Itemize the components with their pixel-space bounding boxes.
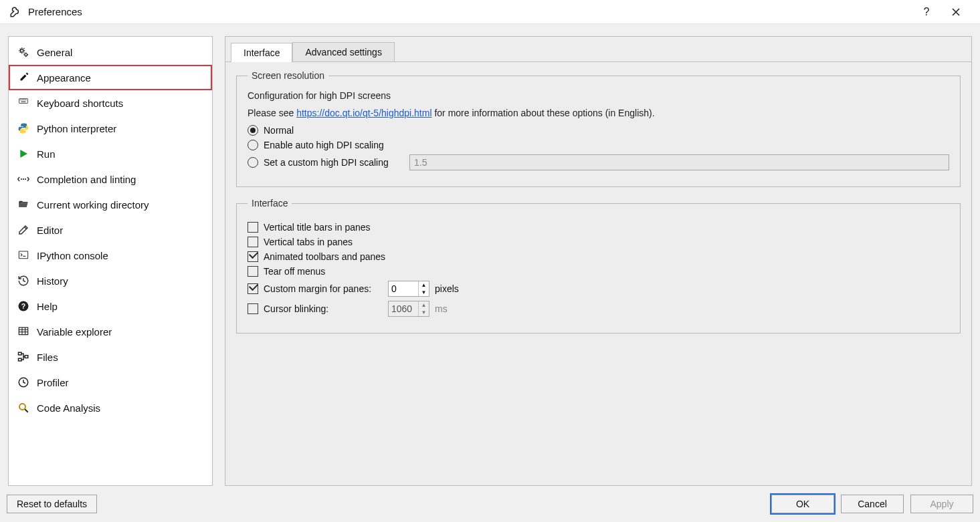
spin-arrows[interactable]: ▲▼	[418, 281, 429, 296]
settings-pane: Interface Advanced settings Screen resol…	[225, 36, 972, 486]
cb-tearoff-menus[interactable]	[248, 266, 258, 277]
sidebar-item-files[interactable]: Files	[9, 344, 212, 370]
screen-res-subtitle: Configuration for high DPI screens	[248, 90, 949, 101]
sidebar-item-history[interactable]: History	[9, 268, 212, 293]
radio-auto-label: Enable auto high DPI scaling	[264, 140, 384, 150]
svg-point-1	[25, 53, 27, 56]
group-screen-resolution: Screen resolution Configuration for high…	[236, 70, 961, 187]
window-title: Preferences	[28, 6, 912, 17]
radio-custom-row[interactable]: Set a custom high DPI scaling	[248, 154, 949, 170]
sidebar-item-general[interactable]: General	[9, 39, 212, 65]
play-icon	[17, 147, 30, 160]
svg-rect-24	[25, 356, 28, 358]
cb-vertical-tabs-label: Vertical tabs in panes	[264, 237, 353, 247]
cb-animated-toolbars[interactable]	[248, 251, 258, 262]
cb-animated-row[interactable]: Animated toolbars and panes	[248, 251, 949, 262]
sidebar-label: Completion and linting	[37, 174, 136, 185]
sidebar-item-appearance[interactable]: Appearance	[9, 65, 212, 90]
cb-custom-margin[interactable]	[248, 283, 258, 294]
sidebar-label: Keyboard shortcuts	[37, 98, 123, 109]
gears-icon	[17, 45, 30, 59]
sidebar-label: Files	[37, 352, 58, 363]
cb-tearoff-row[interactable]: Tear off menus	[248, 266, 949, 277]
svg-rect-3	[20, 100, 21, 100]
sidebar-item-python-interpreter[interactable]: Python interpreter	[9, 116, 212, 141]
sidebar-item-help[interactable]: ? Help	[9, 293, 212, 319]
help-circle-icon: ?	[17, 299, 30, 313]
blink-unit: ms	[435, 303, 448, 314]
sidebar-item-run[interactable]: Run	[9, 141, 212, 166]
radio-normal-label: Normal	[264, 125, 294, 136]
blink-value	[389, 301, 418, 316]
close-button[interactable]	[941, 0, 971, 24]
svg-point-0	[21, 49, 24, 53]
clock-icon	[17, 376, 30, 389]
sidebar-item-keyboard-shortcuts[interactable]: Keyboard shortcuts	[9, 90, 212, 116]
cb-vertical-tabs[interactable]	[248, 237, 258, 247]
cb-vertical-title-row[interactable]: Vertical title bars in panes	[248, 222, 949, 233]
radio-auto-highdpi[interactable]	[248, 140, 258, 150]
custom-dpi-input	[409, 154, 949, 170]
sidebar-item-profiler[interactable]: Profiler	[9, 370, 212, 395]
sidebar-item-code-analysis[interactable]: Code Analysis	[9, 395, 212, 420]
screen-res-note: Please see https://doc.qt.io/qt-5/highdp…	[248, 108, 949, 118]
sidebar-label: Appearance	[37, 72, 91, 84]
sidebar-item-cwd[interactable]: Current working directory	[9, 192, 212, 217]
margin-value[interactable]	[389, 281, 418, 296]
radio-normal[interactable]	[248, 125, 258, 136]
margin-unit: pixels	[435, 283, 459, 294]
cancel-button[interactable]: Cancel	[841, 495, 904, 513]
svg-rect-8	[26, 100, 27, 100]
cb-cursor-blinking[interactable]	[248, 303, 258, 314]
table-icon	[17, 325, 30, 338]
highdpi-link[interactable]: https://doc.qt.io/qt-5/highdpi.html	[296, 108, 431, 118]
svg-rect-7	[25, 100, 25, 100]
cb-vertical-tabs-row[interactable]: Vertical tabs in panes	[248, 237, 949, 247]
sidebar-label: Code Analysis	[37, 402, 100, 414]
keyboard-icon	[17, 96, 30, 110]
radio-custom-highdpi[interactable]	[248, 157, 258, 168]
svg-rect-23	[19, 358, 22, 361]
reset-defaults-button[interactable]: Reset to defaults	[7, 495, 97, 513]
dialog-footer: Reset to defaults OK Cancel Apply	[7, 493, 973, 515]
file-tree-icon	[17, 350, 30, 364]
sidebar-label: General	[37, 47, 72, 58]
sidebar-label: Help	[37, 301, 58, 312]
help-button[interactable]: ?	[912, 0, 941, 24]
svg-rect-9	[21, 102, 26, 102]
tab-advanced-settings[interactable]: Advanced settings	[292, 42, 394, 61]
svg-point-11	[21, 178, 22, 180]
svg-rect-13	[19, 251, 27, 259]
sidebar-label: History	[37, 275, 68, 287]
svg-rect-2	[19, 99, 28, 104]
magnifier-icon	[17, 401, 30, 414]
radio-custom-label: Set a custom high DPI scaling	[264, 157, 404, 168]
svg-point-12	[25, 178, 26, 180]
wrench-icon	[9, 6, 21, 18]
sidebar-item-editor[interactable]: Editor	[9, 217, 212, 243]
radio-normal-row[interactable]: Normal	[248, 125, 949, 136]
sidebar-label: IPython console	[37, 250, 108, 261]
ok-button[interactable]: OK	[771, 495, 834, 513]
radio-auto-row[interactable]: Enable auto high DPI scaling	[248, 140, 949, 150]
cb-margin-label: Custom margin for panes:	[264, 283, 383, 294]
history-icon	[17, 274, 30, 287]
sidebar-label: Profiler	[37, 377, 69, 388]
svg-rect-22	[19, 352, 22, 355]
cb-margin-row[interactable]: Custom margin for panes: ▲▼ pixels	[248, 281, 949, 297]
sidebar-item-variable-explorer[interactable]: Variable explorer	[9, 319, 212, 344]
title-bar: Preferences ?	[0, 0, 980, 24]
sidebar-item-completion-linting[interactable]: Completion and linting	[9, 166, 212, 192]
sidebar-item-ipython-console[interactable]: IPython console	[9, 243, 212, 268]
cb-vertical-title[interactable]	[248, 222, 258, 233]
tab-interface[interactable]: Interface	[231, 43, 292, 62]
margin-spinbox[interactable]: ▲▼	[388, 281, 429, 297]
group-interface: Interface Vertical title bars in panes V…	[236, 198, 961, 334]
python-icon	[17, 122, 30, 135]
completion-icon	[17, 172, 30, 186]
svg-point-10	[23, 178, 24, 180]
cb-blink-row[interactable]: Cursor blinking: ▲▼ ms	[248, 301, 949, 317]
apply-button: Apply	[910, 495, 973, 513]
svg-line-27	[25, 409, 28, 412]
svg-rect-6	[23, 100, 24, 100]
